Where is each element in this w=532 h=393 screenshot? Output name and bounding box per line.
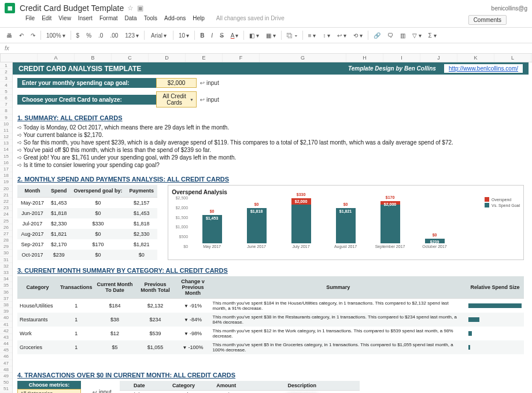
textcolor-icon[interactable]: A ▾ — [229, 31, 241, 40]
table-row[interactable]: Sep-2017$2,170$170$1,821 — [17, 239, 157, 250]
table-row[interactable]: Aug-2017$1,821$0$2,330 — [17, 229, 157, 239]
goal-hint: input — [200, 80, 219, 86]
rotate-icon[interactable]: ⟲ ▾ — [352, 31, 364, 40]
sec4-heading: 4. TRANSACTIONS OVER $0 IN CURRENT MONTH… — [17, 372, 529, 379]
comment-icon[interactable]: 🗨 — [386, 31, 395, 40]
zoom-select[interactable]: 100% ▾ — [45, 31, 67, 40]
sec2-heading: 2. MONTHLY SPEND AND PAYMENTS ANALYSIS: … — [17, 176, 529, 183]
sec3-heading: 3. CURRENT MONTH SUMMARY BY CATEGORY: AL… — [17, 267, 529, 274]
comments-button[interactable]: Comments — [468, 15, 507, 25]
author-link[interactable]: http://www.benlcollins.com/ — [444, 64, 523, 73]
menu-data[interactable]: Data — [125, 15, 137, 25]
print-icon[interactable]: 🖶 — [5, 31, 14, 40]
table-row[interactable]: May-2017$1,453$0$2,157 — [17, 197, 157, 208]
card-input-row: Choose your Credit Card to analyze: All … — [17, 91, 529, 107]
account-label[interactable]: benicollins@g — [492, 5, 527, 12]
card-label: Choose your Credit Card to analyze: — [17, 95, 156, 105]
menu-insert[interactable]: Insert — [78, 15, 93, 25]
metrics-panel: Choose metrics: All Categories▼ $0▼ — [17, 381, 81, 393]
save-status: All changes saved in Drive — [216, 15, 285, 25]
inc-dec-icon[interactable]: .00 — [108, 31, 120, 40]
category-summary-table: Category Transactions Current Month To D… — [17, 276, 524, 354]
template-design-credit: Template Design by Ben Collins — [348, 65, 444, 72]
sheet-content[interactable]: CREDIT CARD ANALYSIS TEMPLATE Template D… — [13, 62, 532, 393]
table-row[interactable]: Groceries1$5$1,055-100%This month you've… — [17, 340, 524, 354]
overspend-chart: Overspend Analysis Overspend Vs. Spend G… — [168, 185, 524, 260]
menu-format[interactable]: Format — [99, 15, 118, 25]
chart-icon[interactable]: ▥ — [398, 31, 407, 40]
summary-line: Today is Monday, 02 Oct 2017, which mean… — [17, 124, 529, 131]
col-D[interactable]: D — [149, 54, 186, 62]
menu-help[interactable]: Help — [193, 15, 205, 25]
menu-tools[interactable]: Tools — [144, 15, 157, 25]
summary-line: Is it time to consier lowering your spen… — [17, 161, 529, 169]
table-row[interactable]: Jun-2017$1,818$0$1,453 — [17, 208, 157, 218]
filter-icon[interactable]: ▽ ▾ — [411, 31, 423, 40]
table-row[interactable]: Oct-2017$239$0$0 — [17, 250, 157, 260]
menu-bar: File Edit View Insert Format Data Tools … — [0, 15, 532, 27]
col-F[interactable]: F — [223, 54, 260, 62]
menu-view[interactable]: View — [58, 15, 71, 25]
fontsize-select[interactable]: 10 ▾ — [177, 31, 191, 40]
goal-label: Enter your monthly spending cap goal: — [17, 78, 156, 88]
doc-title[interactable]: Credit Card Budget Template — [20, 3, 124, 13]
col-J[interactable]: J — [420, 54, 457, 62]
format-number[interactable]: 123 ▾ — [123, 31, 141, 40]
currency-icon[interactable]: $ — [75, 31, 82, 40]
title-bar: ▦ Credit Card Budget Template ☆ ▣ benico… — [0, 0, 532, 15]
sec1-heading: 1. SUMMARY: ALL CREDIT CARDS — [17, 114, 529, 121]
col-K[interactable]: K — [457, 54, 494, 62]
folder-icon[interactable]: ▣ — [137, 4, 143, 12]
table-row[interactable]: Jul-2017$2,330$330$1,818 — [17, 218, 157, 229]
summary-line: You've paid off $0 this month, which is … — [17, 146, 529, 154]
redo-icon[interactable]: ↷ — [29, 31, 37, 40]
metric-category-select[interactable]: All Categories▼ — [17, 389, 81, 393]
functions-icon[interactable]: Σ ▾ — [427, 31, 438, 40]
summary-line: Your current balance is $2,170. — [17, 131, 529, 139]
sheets-logo-icon: ▦ — [5, 3, 15, 13]
table-row[interactable]: 10/1/2017Work-$12redacted text — [120, 391, 360, 394]
card-select[interactable]: All Credit Cards▼ — [156, 91, 197, 107]
italic-icon[interactable]: I — [209, 31, 215, 40]
percent-icon[interactable]: % — [84, 31, 93, 40]
font-select[interactable]: Arial ▾ — [148, 31, 169, 40]
star-icon[interactable]: ☆ — [127, 4, 134, 12]
dec-dec-icon[interactable]: .0 — [97, 31, 105, 40]
col-I[interactable]: I — [383, 54, 420, 62]
valign-icon[interactable]: ↕ ▾ — [321, 31, 332, 40]
col-B[interactable]: B — [75, 54, 112, 62]
borders-icon[interactable]: ▦ ▾ — [264, 31, 278, 40]
table-row[interactable]: Work1$12$539-98%This month you've spent … — [17, 327, 524, 340]
card-hint: input — [200, 97, 219, 103]
bold-icon[interactable]: B — [198, 31, 206, 40]
table-row[interactable]: House/Utilities1$184$2,132-91%This month… — [17, 299, 524, 313]
menu-file[interactable]: File — [25, 15, 35, 25]
col-G[interactable]: G — [260, 54, 346, 62]
col-A[interactable]: A — [38, 54, 75, 62]
formula-bar[interactable]: fx — [0, 43, 532, 54]
wrap-icon[interactable]: ↩ ▾ — [335, 31, 348, 40]
merge-icon[interactable]: ⿻ ▾ — [285, 31, 299, 40]
monthly-spend-table: Month Spend Overspend goal by: Payments … — [17, 185, 157, 260]
th-month: Month — [17, 185, 47, 197]
col-H[interactable]: H — [346, 54, 383, 62]
template-header: CREDIT CARD ANALYSIS TEMPLATE Template D… — [13, 62, 529, 75]
table-row[interactable]: Restaurants1$38$234-84%This month you've… — [17, 313, 524, 327]
summary-line: Great job! You are $1,761 under your spe… — [17, 154, 529, 161]
link-icon[interactable]: 🔗 — [372, 31, 382, 40]
metrics-heading: Choose metrics: — [17, 381, 81, 389]
col-E[interactable]: E — [186, 54, 223, 62]
col-C[interactable]: C — [112, 54, 149, 62]
goal-input[interactable]: $2,000 — [156, 78, 197, 88]
menu-edit[interactable]: Edit — [42, 15, 51, 25]
chevron-down-icon: ▼ — [190, 98, 194, 102]
template-title: CREDIT CARD ANALYSIS TEMPLATE — [19, 65, 348, 73]
strike-icon[interactable]: S — [218, 31, 226, 40]
fill-icon[interactable]: ◧ ▾ — [247, 31, 261, 40]
col-L[interactable]: L — [494, 54, 531, 62]
menu-addons[interactable]: Add-ons — [164, 15, 186, 25]
undo-icon[interactable]: ↶ — [17, 31, 25, 40]
halign-icon[interactable]: ≡ ▾ — [306, 31, 318, 40]
sec1-bullets: Today is Monday, 02 Oct 2017, which mean… — [17, 124, 529, 169]
col-gutter[interactable] — [1, 54, 38, 62]
